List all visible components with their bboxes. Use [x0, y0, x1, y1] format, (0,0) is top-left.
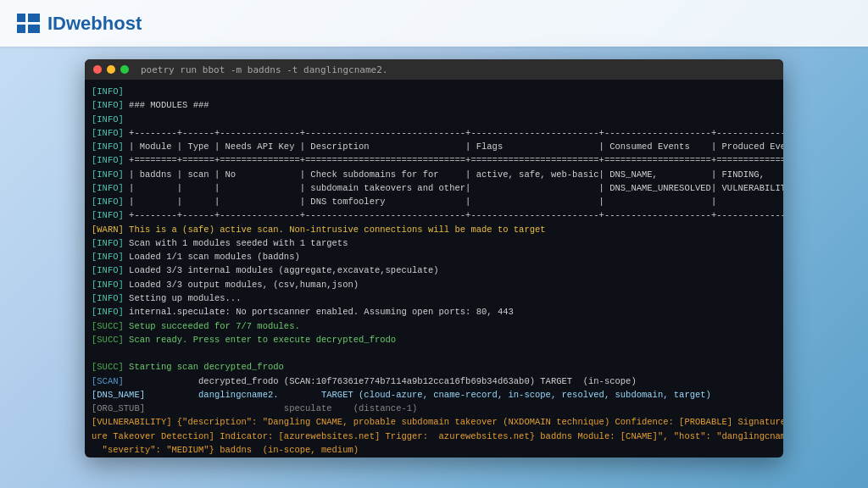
minimize-button[interactable] — [107, 65, 115, 74]
terminal-line: "severity": "MEDIUM"} baddns (in-scope, … — [92, 443, 776, 457]
logo: IDwebhost — [17, 13, 142, 35]
terminal-line: [INFO] Loaded 3/3 output modules, (csv,h… — [92, 278, 776, 291]
terminal-titlebar: poetry run bbot -m baddns -t danglingcna… — [85, 59, 783, 80]
terminal-line: [INFO] — [92, 85, 776, 98]
logo-text: IDwebhost — [47, 13, 142, 35]
terminal-line: [INFO] | | | | subdomain takeovers and o… — [92, 181, 776, 195]
logo-icon — [17, 14, 41, 34]
terminal-line: [INFO] Scan with 1 modules seeded with 1… — [92, 236, 776, 250]
logo-block-3 — [17, 25, 25, 33]
terminal-title: poetry run bbot -m baddns -t danglingcna… — [141, 64, 387, 75]
terminal-line: [SUCC] Setup succeeded for 7/7 modules. — [92, 319, 776, 333]
terminal-line: [INFO] | baddns | scan | No | Check subd… — [92, 168, 776, 181]
terminal-line: [INFO] ### MODULES ### — [92, 98, 776, 112]
terminal-line: [INFO] Loaded 1/1 scan modules (baddns) — [92, 250, 776, 263]
terminal-line: [INFO] | Module | Type | Needs API Key |… — [92, 140, 776, 153]
maximize-button[interactable] — [120, 65, 129, 74]
terminal-line: [INFO] — [92, 113, 776, 126]
terminal-line: [DNS_NAME] danglingcname2. TARGET (cloud… — [92, 388, 776, 402]
terminal-body[interactable]: [INFO] [INFO] ### MODULES ### [INFO] [IN… — [85, 80, 783, 458]
terminal-line: [INFO] | | | | DNS tomfoolery | | | | — [92, 195, 776, 208]
logo-block-2 — [28, 14, 40, 22]
terminal-line: [SCAN] decrypted_frodo (SCAN:10f76361e77… — [92, 374, 776, 388]
close-button[interactable] — [93, 65, 102, 74]
terminal-line: [INFO] +--------+------+---------------+… — [92, 208, 776, 222]
terminal-line: ure Takeover Detection] Indicator: [azur… — [92, 430, 776, 443]
terminal-line: [ORG_STUB] speculate (distance-1) — [92, 402, 776, 415]
terminal-line: [SUCC] Starting scan decrypted_frodo — [92, 360, 776, 374]
terminal-line: [VULNERABILITY] {"description": "Danglin… — [92, 415, 776, 429]
terminal-line: [INFO] +========+======+===============+… — [92, 153, 776, 167]
terminal-window: poetry run bbot -m baddns -t danglingcna… — [85, 59, 783, 458]
terminal-line — [92, 347, 776, 360]
terminal-line: [INFO] internal.speculate: No portscanne… — [92, 305, 776, 319]
terminal-line: [WARN] This is a (safe) active scan. Non… — [92, 223, 776, 236]
logo-block-4 — [28, 25, 40, 33]
terminal-line: [INFO] Loaded 3/3 internal modules (aggr… — [92, 263, 776, 277]
terminal-line: [VULNERABILITY] {"description": "Danglin… — [92, 457, 776, 458]
logo-block-1 — [17, 14, 25, 22]
terminal-line: [INFO] +--------+------+---------------+… — [92, 126, 776, 140]
terminal-line: [INFO] Setting up modules... — [92, 291, 776, 305]
terminal-line: [SUCC] Scan ready. Press enter to execut… — [92, 333, 776, 347]
header: IDwebhost — [0, 0, 868, 47]
